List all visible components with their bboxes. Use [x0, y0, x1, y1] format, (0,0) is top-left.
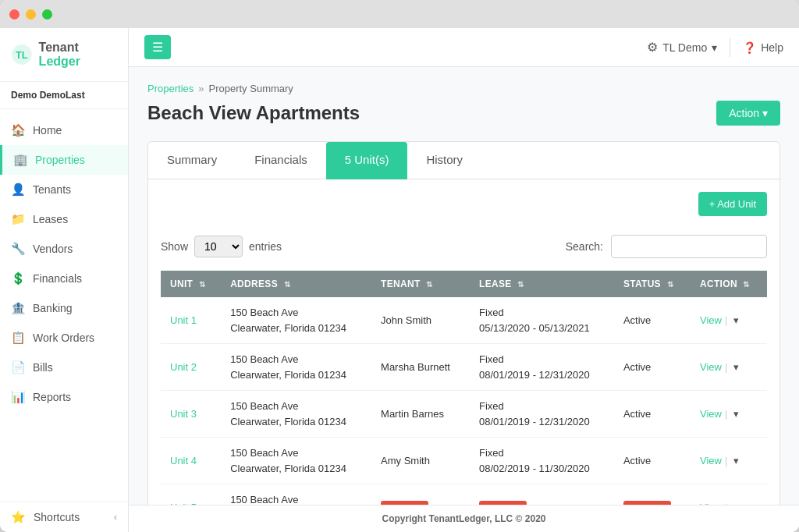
tab-units[interactable]: 5 Unit(s) [326, 142, 408, 179]
cell-lease: Fixed05/13/2020 - 05/13/2021 [470, 297, 614, 344]
sort-arrows-tenant: ⇅ [426, 280, 432, 289]
cell-address: 150 Beach AveClearwater, Florida 01234 [221, 484, 371, 505]
cell-unit: Unit 3 [161, 391, 221, 438]
sidebar-item-label: Tenants [33, 183, 71, 196]
action-button[interactable]: Action ▾ [716, 101, 780, 126]
status-active: Active [623, 314, 651, 326]
view-link[interactable]: View [700, 314, 722, 326]
sidebar-item-home[interactable]: 🏠Home [0, 115, 128, 145]
cell-unit: Unit 4 [161, 438, 221, 484]
col-lease[interactable]: LEASE ⇅ [470, 271, 614, 297]
leases-icon: 📁 [11, 212, 25, 226]
col-unit[interactable]: UNIT ⇅ [161, 271, 221, 297]
sidebar-item-banking[interactable]: 🏦Banking [0, 293, 128, 323]
cell-address: 150 Beach AveClearwater, Florida 01234 [221, 297, 371, 344]
unit-link[interactable]: Unit 4 [170, 455, 197, 466]
minimize-button[interactable] [26, 9, 36, 20]
close-button[interactable] [9, 9, 20, 20]
settings-menu[interactable]: ⚙ TL Demo ▾ [647, 40, 717, 55]
table-header-row: UNIT ⇅ ADDRESS ⇅ TENANT ⇅ LEASE ⇅ STATUS… [161, 271, 767, 297]
settings-dropdown-icon: ▾ [712, 41, 717, 54]
sidebar-shortcuts[interactable]: ⭐ Shortcuts ‹ [0, 502, 128, 532]
page-title: Beach View Apartments [147, 102, 360, 124]
help-menu[interactable]: ❓ Help [743, 41, 783, 54]
sidebar-item-reports[interactable]: 📊Reports [0, 382, 128, 412]
action-dropdown-button[interactable]: ▾ [730, 453, 742, 468]
cell-tenant: John Smith [371, 297, 470, 344]
action-dropdown-button[interactable]: ▾ [730, 313, 742, 328]
breadcrumb-current: Property Summary [208, 83, 293, 94]
action-dropdown-button[interactable]: ▾ [730, 360, 742, 374]
sidebar-item-label: Bills [33, 361, 53, 374]
status-active: Active [623, 408, 651, 420]
sidebar-item-label: Reports [33, 391, 71, 403]
tab-history[interactable]: History [407, 142, 481, 179]
sidebar-item-label: Banking [33, 302, 73, 314]
topbar-divider [730, 38, 730, 57]
breadcrumb-properties[interactable]: Properties [147, 83, 194, 94]
col-address[interactable]: ADDRESS ⇅ [221, 271, 371, 297]
sidebar-item-properties[interactable]: 🏢Properties [0, 145, 128, 175]
table-row: Unit 5 150 Beach AveClearwater, Florida … [161, 484, 767, 505]
sidebar-item-label: Home [33, 124, 62, 137]
maximize-button[interactable] [42, 9, 52, 20]
sidebar-item-financials[interactable]: 💲Financials [0, 264, 128, 293]
cell-tenant: VACANT [371, 484, 470, 505]
table-row: Unit 1 150 Beach AveClearwater, Florida … [161, 297, 767, 344]
show-entries: Show 10 25 50 100 entries [161, 236, 282, 257]
logo-tenant: Tenant [39, 41, 79, 54]
cell-status: Active [614, 438, 691, 484]
col-status[interactable]: STATUS ⇅ [614, 271, 691, 297]
sidebar-item-bills[interactable]: 📄Bills [0, 353, 128, 382]
question-icon: ❓ [743, 41, 756, 54]
action-cell: View | ▾ [700, 406, 758, 421]
cell-unit: Unit 5 [161, 484, 221, 505]
action-separator: | [725, 314, 727, 326]
menu-button[interactable]: ☰ [144, 35, 171, 59]
cell-tenant: Amy Smith [371, 438, 470, 484]
show-label: Show [161, 240, 188, 253]
shortcuts-icon: ⭐ [11, 510, 26, 524]
action-cell: View | ▾ [700, 453, 758, 468]
unit-link[interactable]: Unit 1 [170, 314, 197, 326]
sidebar-item-label: Leases [33, 213, 68, 225]
action-cell: View | ▾ [700, 360, 758, 374]
tab-summary[interactable]: Summary [148, 142, 236, 179]
cell-address: 150 Beach AveClearwater, Florida 01234 [221, 344, 371, 391]
action-dropdown-button[interactable]: ▾ [730, 406, 742, 421]
table-row: Unit 3 150 Beach AveClearwater, Florida … [161, 391, 767, 438]
tab-financials[interactable]: Financials [236, 142, 326, 179]
cell-status: Active [614, 391, 691, 438]
financials-icon: 💲 [11, 271, 25, 286]
action-separator: | [725, 408, 727, 420]
copyright: Copyright TenantLedger, LLC © 2020 [129, 505, 799, 532]
sidebar-item-tenants[interactable]: 👤Tenants [0, 175, 128, 204]
home-icon: 🏠 [11, 123, 25, 137]
view-link[interactable]: View [700, 361, 722, 373]
view-link[interactable]: View [700, 408, 722, 420]
sidebar-item-label: Properties [35, 154, 85, 166]
unit-link[interactable]: Unit 2 [170, 361, 197, 373]
col-tenant[interactable]: TENANT ⇅ [371, 271, 470, 297]
reports-icon: 📊 [11, 390, 25, 404]
cell-lease: Fixed08/02/2019 - 11/30/2020 [470, 438, 614, 484]
sidebar-item-label: Vendors [33, 243, 73, 255]
search-box: Search: [566, 235, 767, 258]
entries-select[interactable]: 10 25 50 100 [194, 236, 243, 257]
titlebar [0, 0, 799, 28]
search-input[interactable] [611, 235, 767, 258]
entries-label: entries [249, 240, 282, 253]
action-separator: | [725, 455, 727, 466]
cell-action: View | ▾ [691, 297, 767, 344]
sort-arrows-unit: ⇅ [199, 280, 205, 289]
col-action[interactable]: ACTION ⇅ [691, 271, 767, 297]
unit-link[interactable]: Unit 3 [170, 408, 197, 420]
sidebar-item-work-orders[interactable]: 📋Work Orders [0, 323, 128, 353]
properties-icon: 🏢 [13, 153, 27, 167]
cell-tenant: Martin Barnes [371, 391, 470, 438]
view-link[interactable]: View [700, 455, 722, 466]
cell-unit: Unit 1 [161, 297, 221, 344]
sidebar-item-vendors[interactable]: 🔧Vendors [0, 234, 128, 264]
sidebar-item-leases[interactable]: 📁Leases [0, 204, 128, 234]
add-unit-button[interactable]: + Add Unit [698, 192, 767, 216]
